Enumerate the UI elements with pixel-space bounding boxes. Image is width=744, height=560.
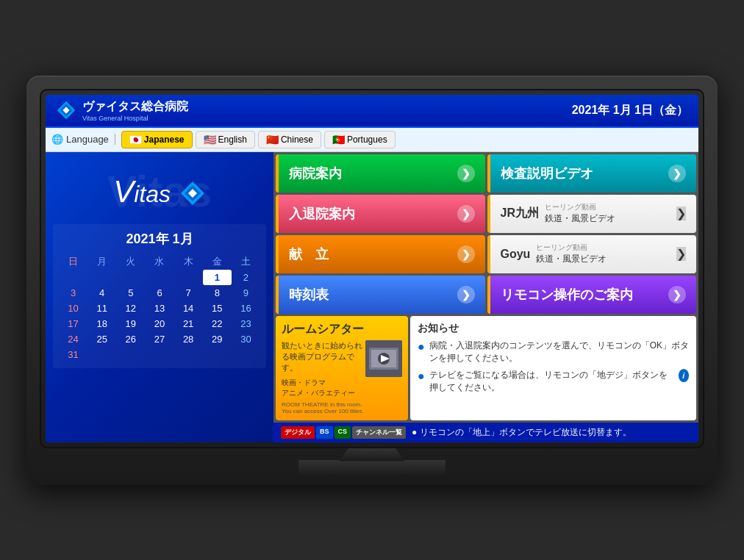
room-theatre-image xyxy=(365,340,402,377)
stand-base xyxy=(298,460,446,476)
table-row: 10 11 12 13 14 15 16 xyxy=(59,301,260,316)
calendar-month-title: 2021年 1月 xyxy=(59,230,260,248)
arrow-icon: ❯ xyxy=(668,286,686,304)
vitas-logo-icon xyxy=(56,100,76,121)
vitas-hero: Vitas Vitas xyxy=(53,159,266,224)
table-row: 1 2 xyxy=(59,270,260,285)
main-content: Vitas Vitas 2021年 1月 xyxy=(46,152,698,442)
information-icon: i xyxy=(679,369,689,382)
hospital-name: ヴァイタス総合病院 xyxy=(82,99,188,115)
table-row: 31 xyxy=(59,347,260,362)
lang-japanese-button[interactable]: 🇯🇵 Japanese xyxy=(121,131,193,148)
tv-channel-bar: デジタル BS CS チャンネル一覧 ● リモコンの「地上」ボタンでテレビ放送に… xyxy=(273,423,698,442)
arrow-icon: ❯ xyxy=(457,245,475,263)
room-theatre-panel[interactable]: ルームシアター xyxy=(276,316,408,420)
notice-panel: お知らせ ● 病院・入退院案内のコンテンツを選んで、リモコンの「OK」ボタンを押… xyxy=(410,316,696,420)
goyu-healing-label: ヒーリング動画 xyxy=(536,243,676,253)
menu-grid: 病院案内 ❯ 検査説明ビデオ ❯ 入退院案内 ❯ xyxy=(273,152,698,316)
vitas-logo-display: Vitas xyxy=(113,174,205,209)
tv-screen: ヴァイタス総合病院 Vitas General Hospital 2021年 1… xyxy=(46,95,698,442)
arrow-icon: ❯ xyxy=(676,207,686,220)
bs-badge: BS xyxy=(316,426,333,439)
hospital-name-en: Vitas General Hospital xyxy=(82,115,188,122)
notice-item-2: ● テレビをご覧になる場合は、リモコンの「地デジ」ボタンを押してください。 i xyxy=(418,369,689,394)
notice-item-1: ● 病院・入退院案内のコンテンツを選んで、リモコンの「OK」ボタンを押してくださ… xyxy=(418,340,689,365)
japanese-flag-icon: 🇯🇵 xyxy=(129,134,142,146)
jr-title: JR九州 xyxy=(501,206,539,221)
goyu-sub-info: ヒーリング動画 鉄道・風景ビデオ xyxy=(530,243,676,265)
calendar-header-fri: 金 xyxy=(203,254,232,270)
right-panel: 病院案内 ❯ 検査説明ビデオ ❯ 入退院案内 ❯ xyxy=(273,152,698,442)
calendar-grid: 日 月 火 水 木 金 土 xyxy=(59,254,260,362)
calendar-header-mon: 月 xyxy=(87,254,116,270)
calendar-header-sat: 土 xyxy=(232,254,260,270)
room-theatre-sub: 映画・ドラマアニメ・バラエティー xyxy=(282,378,402,398)
arrow-icon: ❯ xyxy=(668,165,686,182)
bullet-icon: ● xyxy=(418,369,425,383)
jr-healing-label: ヒーリング動画 xyxy=(545,202,676,212)
channel-badges: デジタル BS CS チャンネル一覧 xyxy=(281,426,406,439)
calendar-header-wed: 水 xyxy=(145,254,174,270)
portugues-flag-icon: 🇵🇹 xyxy=(332,134,345,146)
logo-text: ヴァイタス総合病院 Vitas General Hospital xyxy=(82,99,188,122)
tv-monitor: ヴァイタス総合病院 Vitas General Hospital 2021年 1… xyxy=(26,76,718,485)
arrow-icon: ❯ xyxy=(457,205,475,223)
logo-area: ヴァイタス総合病院 Vitas General Hospital xyxy=(56,99,188,122)
jr-desc: 鉄道・風景ビデオ xyxy=(545,212,676,225)
lang-chinese-button[interactable]: 🇨🇳 Chinese xyxy=(258,131,321,148)
calendar-section: 2021年 1月 日 月 火 水 木 金 土 xyxy=(53,224,266,368)
digital-badge: デジタル xyxy=(281,426,315,439)
calendar-header-sun: 日 xyxy=(59,254,87,270)
jr-kyushu-button[interactable]: JR九州 ヒーリング動画 鉄道・風景ビデオ ❯ xyxy=(487,195,697,233)
calendar-header-tue: 火 xyxy=(116,254,145,270)
admission-guide-button[interactable]: 入退院案内 ❯ xyxy=(276,195,485,233)
left-panel: Vitas Vitas 2021年 1月 xyxy=(46,152,273,442)
room-theatre-title: ルームシアター xyxy=(282,322,402,337)
room-theatre-en: ROOM THEATRE in this room.You can access… xyxy=(282,401,402,414)
examination-video-button[interactable]: 検査説明ビデオ ❯ xyxy=(487,154,697,193)
arrow-icon: ❯ xyxy=(457,286,475,304)
schedule-button[interactable]: 時刻表 ❯ xyxy=(276,276,485,314)
channel-list-badge: チャンネル一覧 xyxy=(352,426,406,439)
bottom-section: ルームシアター xyxy=(273,316,698,423)
arrow-icon: ❯ xyxy=(676,247,686,261)
calendar-today: 1 xyxy=(203,270,232,285)
header-bar: ヴァイタス総合病院 Vitas General Hospital 2021年 1… xyxy=(46,95,698,128)
lang-portugues-button[interactable]: 🇵🇹 Portugues xyxy=(324,131,396,148)
cs-badge: CS xyxy=(335,426,351,439)
arrow-icon: ❯ xyxy=(457,165,475,182)
room-theatre-content: 観たいときに始められる映画プログラムです。 映画・ドラマアニメ・バラエティー xyxy=(282,340,402,398)
table-row: 17 18 19 20 21 22 23 xyxy=(59,316,260,331)
goyu-title: Goyu xyxy=(501,248,531,261)
vitas-diamond-icon xyxy=(179,180,206,207)
notice-title: お知らせ xyxy=(418,322,689,335)
hospital-guide-button[interactable]: 病院案内 ❯ xyxy=(276,154,485,193)
tv-bezel: ヴァイタス総合病院 Vitas General Hospital 2021年 1… xyxy=(40,89,704,448)
goyu-button[interactable]: Goyu ヒーリング動画 鉄道・風景ビデオ ❯ xyxy=(487,235,697,273)
stand-assembly xyxy=(298,448,446,476)
meal-button[interactable]: 献 立 ❯ xyxy=(276,235,485,273)
stand-neck xyxy=(339,448,405,462)
calendar-header-thu: 木 xyxy=(174,254,203,270)
film-icon xyxy=(365,340,402,377)
header-date: 2021年 1月 1日（金） xyxy=(572,103,688,118)
goyu-desc: 鉄道・風景ビデオ xyxy=(536,253,676,265)
language-label: 🌐 Language xyxy=(51,134,115,145)
chinese-flag-icon: 🇨🇳 xyxy=(266,134,279,146)
language-bar: 🌐 Language 🇯🇵 Japanese 🇺🇸 English 🇨🇳 Chi… xyxy=(46,128,698,152)
remote-guide-button[interactable]: リモコン操作のご案内 ❯ xyxy=(487,276,697,314)
globe-icon: 🌐 xyxy=(51,134,63,145)
tv-stand xyxy=(40,448,704,485)
table-row: 3 4 5 6 7 8 9 xyxy=(59,285,260,301)
lang-english-button[interactable]: 🇺🇸 English xyxy=(196,131,255,148)
english-flag-icon: 🇺🇸 xyxy=(204,134,216,146)
bullet-icon: ● xyxy=(418,340,425,353)
tv-channel-message: ● リモコンの「地上」ボタンでテレビ放送に切替ます。 xyxy=(412,426,632,439)
table-row: 24 25 26 27 28 29 30 xyxy=(59,331,260,347)
jr-sub-info: ヒーリング動画 鉄道・風景ビデオ xyxy=(539,202,676,225)
